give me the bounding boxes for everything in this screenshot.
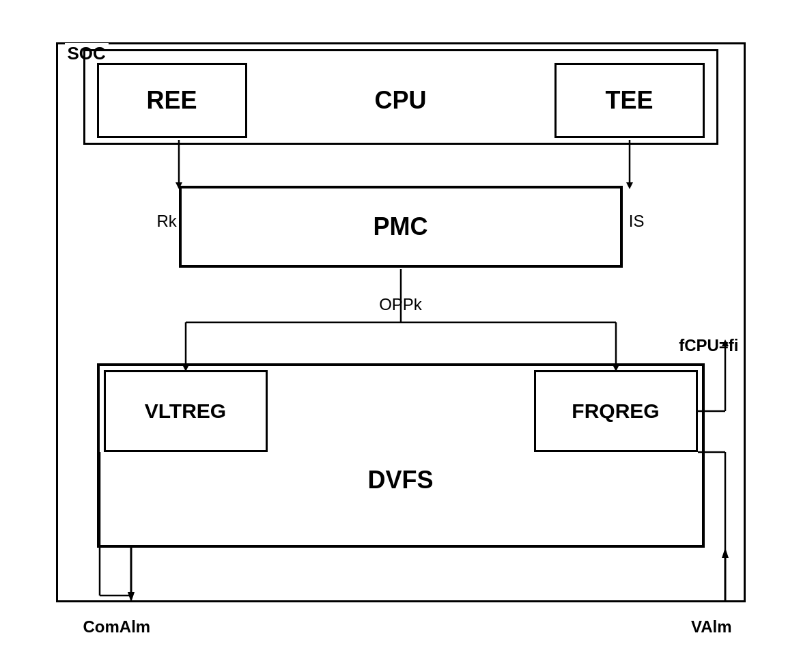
vltreg-box: VLTREG: [104, 370, 268, 452]
cpu-label: CPU: [346, 63, 455, 138]
ree-box: REE: [97, 63, 247, 138]
frqreg-label: FRQREG: [572, 400, 659, 423]
pmc-label: PMC: [374, 212, 428, 241]
valm-label: VAlm: [691, 617, 732, 636]
ree-label: REE: [146, 86, 197, 115]
oppk-label: OPPk: [379, 295, 422, 314]
comalm-label: ComAlm: [83, 617, 151, 636]
pmc-box: PMC: [179, 186, 623, 268]
dvfs-label: DVFS: [367, 466, 433, 494]
frqreg-box: FRQREG: [534, 370, 698, 452]
diagram-container: SOC REE CPU TEE PMC Rk IS OPPk fCPU=fi V…: [42, 29, 759, 643]
is-label: IS: [629, 212, 645, 231]
vltreg-label: VLTREG: [145, 400, 226, 423]
rk-label: Rk: [157, 212, 177, 231]
tee-label: TEE: [605, 86, 653, 115]
fcpu-label: fCPU=fi: [679, 336, 738, 355]
tee-box: TEE: [554, 63, 705, 138]
